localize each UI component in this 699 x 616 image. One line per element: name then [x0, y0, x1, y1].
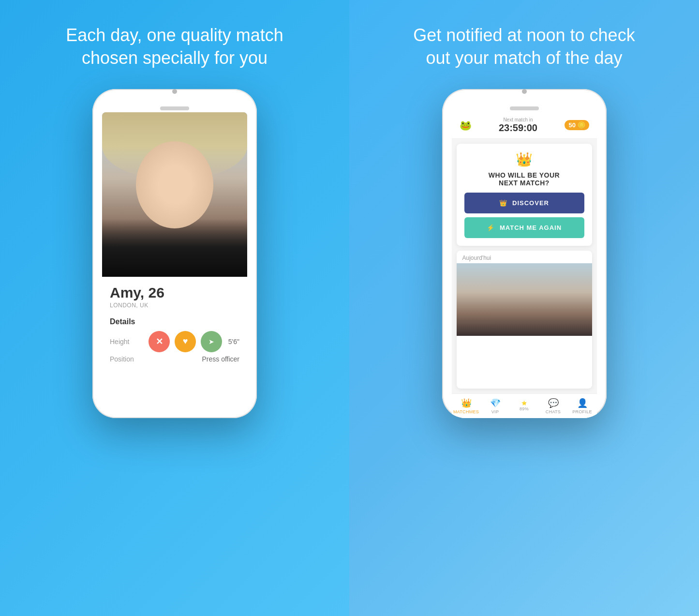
today-face-sim — [457, 263, 592, 336]
coin-badge: 50 🪙 — [565, 120, 589, 130]
app-logo: 🐸 — [460, 120, 472, 131]
profile-icon: 👤 — [577, 398, 588, 408]
next-match-label: Next match in — [499, 117, 537, 122]
nav-vip[interactable]: 💎 VIP — [481, 398, 510, 414]
left-title: Each day, one quality match chosen speci… — [37, 24, 312, 70]
height-row: Height ✕ ♥ ➤ 5'6" — [110, 331, 239, 352]
face-simulation — [102, 112, 247, 277]
pct-label: 89% — [520, 406, 529, 411]
chats-icon: 💬 — [548, 398, 559, 408]
profile-name: Amy, 26 — [110, 285, 239, 301]
who-text: WHO WILL BE YOURNEXT MATCH? — [464, 171, 584, 187]
left-panel: Each day, one quality match chosen speci… — [0, 0, 349, 616]
phone-speaker-right — [510, 106, 539, 110]
left-phone: Amy, 26 LONDON, UK Details Height ✕ ♥ — [92, 89, 257, 418]
bolt-icon: ⚡ — [487, 224, 495, 231]
phone-camera-right — [522, 89, 527, 94]
profile-info: Amy, 26 LONDON, UK — [102, 277, 247, 313]
phone-speaker-left — [160, 106, 189, 110]
details-heading: Details — [110, 317, 239, 326]
phone-body-left: Amy, 26 LONDON, UK Details Height ✕ ♥ — [92, 89, 257, 418]
right-title: Get notified at noon to check out your m… — [384, 24, 664, 70]
today-card: Aujourd'hui — [457, 251, 592, 389]
next-match-time: 23:59:00 — [499, 122, 537, 134]
position-row: Position Press officer — [110, 355, 239, 363]
header-center: Next match in 23:59:00 — [499, 117, 537, 134]
crown-btn-icon: 👑 — [499, 199, 507, 207]
send-button[interactable]: ➤ — [201, 331, 222, 352]
pct-icon: ⭐ — [521, 401, 527, 406]
height-key: Height — [110, 338, 144, 346]
match-again-button[interactable]: ⚡ MATCH ME AGAIN — [464, 217, 584, 238]
phone-camera-left — [172, 89, 177, 94]
match-again-label: MATCH ME AGAIN — [500, 224, 562, 231]
phone-body-right: 🐸 Next match in 23:59:00 50 🪙 👑 WHO WILL… — [442, 89, 607, 418]
matchmes-icon: 👑 — [461, 398, 472, 408]
right-phone: 🐸 Next match in 23:59:00 50 🪙 👑 WHO WILL… — [442, 89, 607, 418]
phone-screen-right: 🐸 Next match in 23:59:00 50 🪙 👑 WHO WILL… — [452, 112, 597, 418]
phone-screen-left: Amy, 26 LONDON, UK Details Height ✕ ♥ — [102, 112, 247, 410]
profile-location: LONDON, UK — [110, 302, 239, 309]
jacket-area — [102, 219, 247, 277]
vip-label: VIP — [491, 409, 499, 414]
discover-label: DISCOVER — [512, 199, 549, 207]
bottom-nav: 👑 MATCHMES 💎 VIP ⭐ 89% 💬 CHATS — [452, 393, 597, 418]
app-header: 🐸 Next match in 23:59:00 50 🪙 — [452, 112, 597, 139]
profile-details: Details Height ✕ ♥ ➤ — [102, 313, 247, 371]
position-key: Position — [110, 355, 144, 363]
today-photo — [457, 263, 592, 336]
discover-button[interactable]: 👑 DISCOVER — [464, 193, 584, 213]
nav-matchmes[interactable]: 👑 MATCHMES — [452, 398, 481, 414]
match-card: 👑 WHO WILL BE YOURNEXT MATCH? 👑 DISCOVER… — [457, 144, 592, 246]
today-label: Aujourd'hui — [457, 251, 592, 263]
nav-profile[interactable]: 👤 PROFILE — [568, 398, 597, 414]
matchmes-label: MATCHMES — [453, 409, 479, 414]
vip-icon: 💎 — [490, 398, 501, 408]
chats-label: CHATS — [546, 409, 561, 414]
nav-pct[interactable]: ⭐ 89% — [510, 401, 539, 411]
nav-chats[interactable]: 💬 CHATS — [539, 398, 568, 414]
action-buttons: ✕ ♥ ➤ — [149, 331, 222, 352]
profile-photo — [102, 112, 247, 277]
dislike-button[interactable]: ✕ — [149, 331, 170, 352]
height-value: 5'6" — [228, 338, 239, 346]
profile-label: PROFILE — [572, 409, 592, 414]
like-button[interactable]: ♥ — [175, 331, 196, 352]
right-panel: Get notified at noon to check out your m… — [349, 0, 699, 616]
position-value: Press officer — [202, 355, 239, 363]
crown-icon: 👑 — [464, 151, 584, 167]
